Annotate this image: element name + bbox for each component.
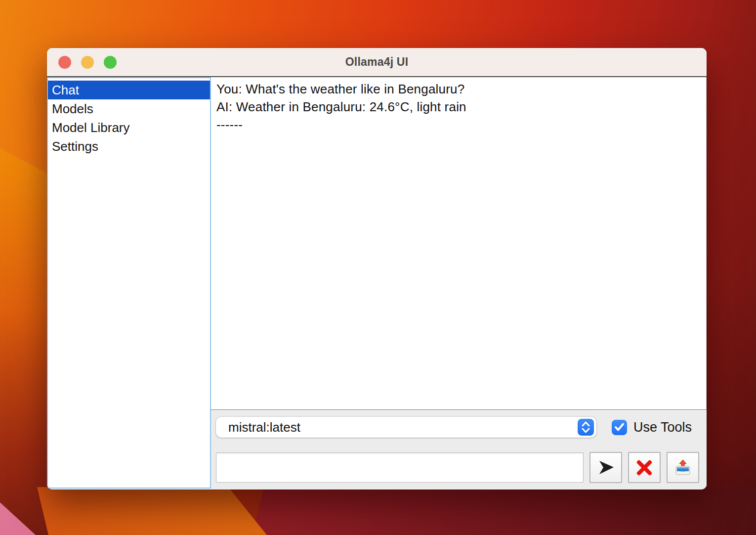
chat-line-user: You: What's the weather like in Bengalur… bbox=[216, 80, 701, 98]
close-button[interactable] bbox=[58, 56, 71, 69]
send-icon bbox=[596, 458, 615, 477]
model-select-value: mistral:latest bbox=[216, 420, 578, 435]
sidebar-item-model-library[interactable]: Model Library bbox=[48, 118, 210, 137]
use-tools-checkbox[interactable] bbox=[612, 420, 627, 435]
outbox-upload-icon bbox=[673, 458, 693, 478]
traffic-lights bbox=[58, 48, 117, 76]
dropdown-stepper-icon bbox=[578, 419, 594, 436]
cancel-button[interactable] bbox=[628, 452, 661, 483]
cancel-x-icon bbox=[636, 460, 652, 476]
use-tools-label: Use Tools bbox=[633, 420, 692, 435]
use-tools-toggle[interactable]: Use Tools bbox=[612, 420, 692, 435]
upload-button[interactable] bbox=[667, 452, 699, 483]
controls-panel: mistral:latest Use Tools bbox=[211, 410, 707, 489]
chat-transcript[interactable]: You: What's the weather like in Bengalur… bbox=[211, 77, 707, 410]
zoom-button[interactable] bbox=[104, 56, 117, 69]
minimize-button[interactable] bbox=[81, 56, 94, 69]
titlebar[interactable]: Ollama4j UI bbox=[47, 48, 707, 77]
window-title: Ollama4j UI bbox=[345, 55, 408, 69]
message-input[interactable] bbox=[216, 452, 584, 483]
sidebar-nav-list: Chat Models Model Library Settings bbox=[47, 77, 211, 489]
send-button[interactable] bbox=[589, 452, 622, 483]
app-window: Ollama4j UI Chat Models Model Library Se… bbox=[47, 48, 707, 490]
sidebar-item-settings[interactable]: Settings bbox=[48, 137, 210, 156]
chat-line-ai: AI: Weather in Bengaluru: 24.6°C, light … bbox=[216, 98, 701, 116]
chat-line-separator: ------ bbox=[216, 116, 701, 134]
sidebar-item-models[interactable]: Models bbox=[48, 99, 210, 118]
model-select-dropdown[interactable]: mistral:latest bbox=[216, 417, 596, 438]
sidebar-item-chat[interactable]: Chat bbox=[48, 81, 210, 99]
